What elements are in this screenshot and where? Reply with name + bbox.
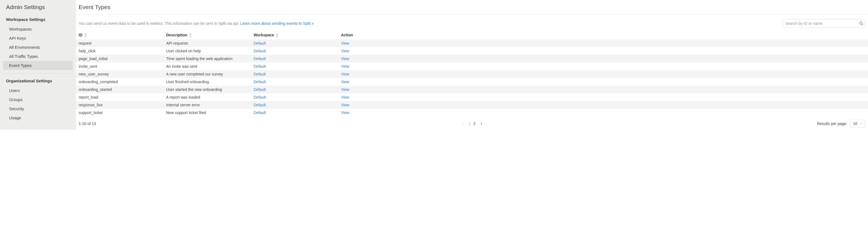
pager-page: 1: [468, 121, 471, 126]
cell-id: support_ticket: [76, 109, 163, 116]
sidebar-item-workspaces[interactable]: Workspaces: [3, 25, 73, 34]
workspace-link[interactable]: Default: [254, 56, 266, 61]
cell-id: new_user_survey: [76, 70, 163, 78]
pager-prev[interactable]: [461, 122, 465, 126]
sidebar-section-label: Workspace Settings: [3, 13, 73, 25]
sidebar-section-label: Organizational Settings: [3, 75, 73, 86]
event-types-table: ID Description: [76, 31, 868, 116]
cell-description: An invite was sent: [163, 62, 251, 70]
cell-action: View: [338, 78, 868, 86]
table-row: report_loadA report was loadedDefaultVie…: [76, 93, 868, 101]
view-link[interactable]: View: [341, 87, 349, 92]
cell-description: User started the new onboarding: [163, 86, 251, 93]
view-link[interactable]: View: [341, 80, 349, 84]
learn-more-link[interactable]: Learn more about sending events to Split…: [240, 21, 314, 26]
rpp-select[interactable]: 10: [850, 120, 865, 128]
table-row: response_5xxInternal server errorDefault…: [76, 101, 868, 109]
search-input[interactable]: [783, 19, 865, 28]
cell-id: request: [76, 39, 163, 47]
rpp-label: Results per page:: [817, 121, 847, 126]
sidebar-divider: [3, 73, 73, 74]
view-link[interactable]: View: [341, 56, 349, 61]
sidebar-title: Admin Settings: [3, 4, 73, 13]
view-link[interactable]: View: [341, 72, 349, 76]
cell-workspace: Default: [251, 47, 338, 55]
workspace-link[interactable]: Default: [254, 95, 266, 100]
sidebar-item-all-environments[interactable]: All Environments: [3, 43, 73, 52]
col-header-description-label: Description: [166, 33, 187, 37]
col-header-id[interactable]: ID: [76, 31, 163, 39]
pager-range: 1-10 of 13: [79, 121, 96, 126]
pager-next[interactable]: [479, 122, 483, 126]
rpp-value: 10: [853, 121, 857, 126]
sort-icon: [84, 33, 87, 37]
cell-workspace: Default: [251, 93, 338, 101]
svg-marker-4: [189, 33, 191, 35]
cell-action: View: [338, 86, 868, 93]
workspace-link[interactable]: Default: [254, 103, 266, 107]
page-title: Event Types: [76, 0, 868, 15]
workspace-link[interactable]: Default: [254, 72, 266, 76]
view-link[interactable]: View: [341, 49, 349, 53]
sidebar-item-all-traffic-types[interactable]: All Traffic Types: [3, 52, 73, 61]
col-header-workspace[interactable]: Workspace: [251, 31, 338, 39]
cell-action: View: [338, 55, 868, 62]
cell-action: View: [338, 70, 868, 78]
cell-description: User finished onboarding: [163, 78, 251, 86]
sort-icon: [189, 33, 192, 37]
cell-description: New support ticket filed: [163, 109, 251, 116]
cell-workspace: Default: [251, 109, 338, 116]
svg-marker-2: [85, 33, 87, 35]
view-link[interactable]: View: [341, 110, 349, 115]
cell-workspace: Default: [251, 39, 338, 47]
workspace-link[interactable]: Default: [254, 49, 266, 53]
cell-action: View: [338, 101, 868, 109]
sidebar-item-security[interactable]: Security: [3, 104, 73, 113]
sidebar-item-event-types[interactable]: Event Types: [3, 61, 73, 70]
sidebar-item-groups[interactable]: Groups: [3, 95, 73, 104]
col-header-action-label: Action: [341, 33, 353, 37]
cell-id: onboarding_started: [76, 86, 163, 93]
svg-marker-3: [85, 36, 87, 37]
cell-workspace: Default: [251, 86, 338, 93]
cell-description: User clicked on help: [163, 47, 251, 55]
view-link[interactable]: View: [341, 103, 349, 107]
view-link[interactable]: View: [341, 95, 349, 100]
cell-action: View: [338, 39, 868, 47]
cell-action: View: [338, 47, 868, 55]
chevron-down-icon: [860, 122, 863, 125]
col-header-workspace-label: Workspace: [254, 33, 274, 37]
cell-description: A new user completed our survey: [163, 70, 251, 78]
svg-marker-7: [276, 36, 278, 37]
cell-description: API requests: [163, 39, 251, 47]
table-row: requestAPI requestsDefaultView: [76, 39, 868, 47]
workspace-link[interactable]: Default: [254, 80, 266, 84]
col-header-description[interactable]: Description: [163, 31, 251, 39]
cell-workspace: Default: [251, 55, 338, 62]
view-link[interactable]: View: [341, 41, 349, 46]
workspace-link[interactable]: Default: [254, 110, 266, 115]
table-row: onboarding_startedUser started the new o…: [76, 86, 868, 93]
cell-description: Internal server error: [163, 101, 251, 109]
sidebar-item-api-keys[interactable]: API Keys: [3, 34, 73, 43]
cell-id: report_load: [76, 93, 163, 101]
table-row: onboarding_completedUser finished onboar…: [76, 78, 868, 86]
sidebar-item-usage[interactable]: Usage: [3, 113, 73, 122]
sidebar-item-users[interactable]: Users: [3, 86, 73, 95]
cell-description: Time spent loading the web application: [163, 55, 251, 62]
col-header-action: Action: [338, 31, 868, 39]
pager-page[interactable]: 2: [473, 121, 475, 126]
sort-icon: [276, 33, 278, 37]
cell-id: response_5xx: [76, 101, 163, 109]
workspace-link[interactable]: Default: [254, 41, 266, 46]
cell-workspace: Default: [251, 78, 338, 86]
cell-id: onboarding_completed: [76, 78, 163, 86]
table-row: support_ticketNew support ticket filedDe…: [76, 109, 868, 116]
table-row: page_load_initialTime spent loading the …: [76, 55, 868, 62]
workspace-link[interactable]: Default: [254, 87, 266, 92]
cell-action: View: [338, 62, 868, 70]
view-link[interactable]: View: [341, 64, 349, 68]
intro-text: You can send us event data to be used in…: [79, 21, 314, 26]
svg-marker-5: [189, 36, 191, 37]
workspace-link[interactable]: Default: [254, 64, 266, 68]
